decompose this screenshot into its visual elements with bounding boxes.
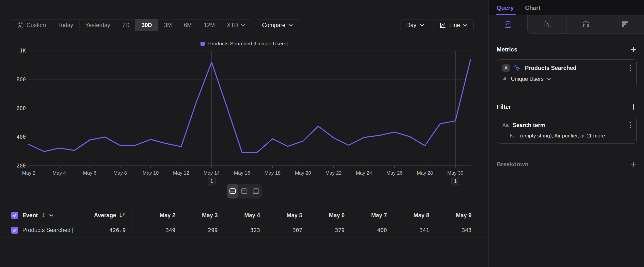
range-label: Today	[58, 22, 73, 29]
filter-value[interactable]: (empty string), Air purifier, or 11 more	[520, 133, 605, 139]
layout-chart-only-button[interactable]	[238, 184, 250, 198]
compare-button[interactable]: Compare	[256, 19, 299, 31]
compare-label: Compare	[262, 22, 285, 29]
layout-split-view-button[interactable]	[227, 184, 238, 198]
x-axis-label: May 6	[83, 170, 96, 176]
report-type-tabs-inactive	[528, 15, 644, 34]
range-custom[interactable]: Custom	[11, 20, 52, 31]
y-axis-label: 200	[16, 163, 26, 169]
range-label: 3M	[164, 22, 172, 29]
select-all-checkbox[interactable]	[11, 212, 18, 219]
event-cursor-icon	[514, 64, 521, 72]
chart-type-button[interactable]: Line	[433, 19, 474, 31]
sidebar-tabbar: Query Chart	[488, 0, 644, 15]
granularity-label: Day	[406, 22, 416, 29]
range-xtd[interactable]: XTD	[221, 20, 251, 31]
annotation-badge[interactable]: 1	[452, 177, 459, 185]
granularity-button[interactable]: Day	[400, 19, 430, 31]
filter-operator[interactable]: Is	[510, 133, 514, 139]
legend-label: Products Searched [Unique Users]	[208, 41, 288, 47]
chart-controls: Day Line	[400, 19, 474, 31]
event-count: 1	[42, 212, 45, 218]
x-axis-label: May 18	[264, 170, 281, 176]
chevron-down-icon	[463, 24, 468, 27]
main-panel: CustomTodayYesterday7D30D3M6M12MXTD Comp…	[0, 0, 488, 267]
range-12m[interactable]: 12M	[198, 20, 221, 31]
average-header-cell[interactable]: Average	[74, 208, 133, 223]
series-line[interactable]	[29, 59, 470, 152]
date-value-cell: 349	[133, 227, 176, 233]
add-breakdown-button[interactable]	[630, 161, 636, 167]
date-column-header[interactable]: May 6	[302, 212, 345, 219]
date-column-header[interactable]: May 3	[176, 212, 218, 219]
annotation-badge-label: 1	[454, 178, 457, 184]
date-column-header[interactable]: May 5	[260, 212, 302, 219]
range-6m[interactable]: 6M	[178, 20, 198, 31]
funnels-icon	[544, 21, 551, 28]
add-filter-button[interactable]	[630, 104, 636, 110]
chevron-down-icon	[241, 24, 245, 27]
date-column-header[interactable]: May 9	[429, 212, 472, 219]
x-axis-label: May 4	[53, 170, 66, 176]
series-checkbox[interactable]	[11, 227, 18, 234]
date-value-cell: 343	[429, 227, 472, 233]
date-value-cell: 341	[387, 227, 429, 233]
results-table: Event 1 Average May 2May 3May 4May 5May …	[0, 208, 488, 237]
y-axis-label: 800	[16, 77, 26, 83]
retention-icon	[621, 21, 628, 28]
range-label: Custom	[26, 22, 46, 29]
filter-property-name: Search term	[513, 122, 545, 129]
range-3m[interactable]: 3M	[158, 20, 178, 31]
x-axis-label: May 16	[234, 170, 250, 176]
tab-chart[interactable]: Chart	[525, 5, 540, 15]
chevron-down-icon	[546, 78, 551, 81]
date-column-header[interactable]: May 4	[218, 212, 260, 219]
tab-flows[interactable]	[566, 15, 605, 34]
metric-card[interactable]: A Products Searched # Unique Users	[497, 59, 636, 87]
tab-query[interactable]: Query	[497, 5, 514, 15]
chart-legend[interactable]: Products Searched [Unique Users]	[0, 41, 488, 47]
x-axis-label: May 10	[143, 170, 159, 176]
chevron-down-icon	[288, 24, 293, 27]
kebab-menu-icon[interactable]	[630, 65, 631, 71]
tab-insights[interactable]	[488, 15, 528, 34]
range-label: 30D	[142, 22, 152, 29]
tab-retention[interactable]	[605, 15, 644, 34]
date-value-cell: 323	[218, 227, 260, 233]
filter-card[interactable]: Aa Search term Is (empty string), Air pu…	[497, 117, 636, 144]
date-column-header[interactable]: May 2	[133, 212, 176, 219]
x-axis-label: May 20	[295, 170, 311, 176]
x-axis-label: May 2	[22, 170, 36, 176]
range-7d[interactable]: 7D	[116, 20, 136, 31]
date-column-header[interactable]: May 8	[387, 212, 429, 219]
add-metric-button[interactable]	[630, 46, 636, 53]
range-30d[interactable]: 30D	[136, 20, 158, 31]
tab-funnels[interactable]	[528, 15, 566, 34]
x-axis-label: May 22	[326, 170, 342, 176]
chevron-down-icon[interactable]	[49, 214, 54, 217]
calendar-icon	[17, 22, 24, 29]
annotation-badge[interactable]: 1	[208, 177, 215, 185]
metric-event-name: Products Searched	[525, 65, 576, 71]
range-today[interactable]: Today	[52, 20, 79, 31]
x-axis-label: May 14	[204, 170, 220, 176]
chevron-down-icon	[420, 24, 424, 27]
flows-icon	[582, 21, 590, 28]
range-yesterday[interactable]: Yesterday	[80, 20, 116, 31]
date-value-cells: 349299323307379400341343	[133, 227, 488, 233]
line-chart[interactable]: 1K800600400200May 2May 4May 6May 8May 10…	[0, 48, 488, 186]
filter-title: Filter	[497, 103, 511, 110]
range-label: 12M	[204, 22, 215, 29]
line-chart-icon	[439, 22, 446, 29]
insights-icon	[504, 21, 512, 28]
aggregation-selector[interactable]: Unique Users	[511, 76, 551, 82]
x-axis-label: May 30	[447, 170, 464, 176]
layout-table-only-button[interactable]	[250, 184, 262, 198]
x-axis-label: May 12	[173, 170, 190, 176]
range-label: 6M	[184, 22, 192, 29]
metrics-section: Metrics A Products Searched	[497, 46, 636, 87]
x-axis-label: May 26	[386, 170, 403, 176]
aggregation-hash-icon: #	[503, 76, 506, 82]
kebab-menu-icon[interactable]	[630, 122, 631, 129]
date-column-header[interactable]: May 7	[345, 212, 387, 219]
